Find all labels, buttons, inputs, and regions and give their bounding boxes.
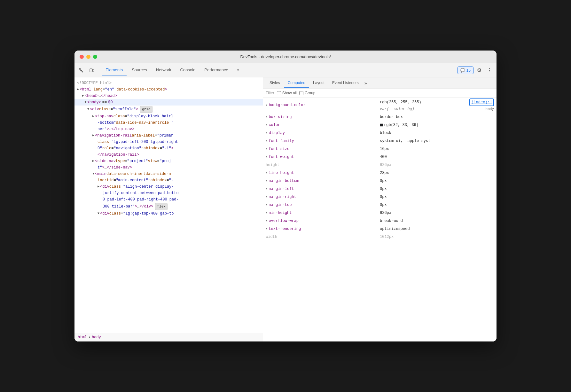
dom-line-sidenav1[interactable]: ▶ <side-nav type="project" view="proj (74, 158, 263, 164)
more-options-icon[interactable]: ⋮ (485, 66, 494, 75)
dom-line-scaffold[interactable]: ▼ <div class="scaffold" > grid (74, 106, 263, 113)
triangle-icon[interactable]: ▶ (98, 184, 99, 190)
computed-row-margin-bottom[interactable]: ▶ margin-bottom 0px (263, 177, 497, 185)
group-checkbox[interactable] (299, 91, 303, 95)
tab-styles[interactable]: Styles (266, 79, 284, 88)
dom-tree[interactable]: <!DOCTYPE html> ▶ <html lang="en" data-c… (74, 77, 263, 333)
tab-event-listeners[interactable]: Event Listeners (328, 79, 363, 88)
computed-row-background-color[interactable]: ▶ background-color rgb(255, 255, 255) (i… (263, 98, 497, 113)
computed-row-font-weight[interactable]: ▶ font-weight 400 (263, 153, 497, 161)
show-all-checkbox[interactable] (277, 91, 281, 95)
triangle-icon[interactable]: ▶ (77, 87, 79, 92)
grid-badge[interactable]: grid (140, 106, 152, 113)
tab-performance[interactable]: Performance (200, 65, 232, 75)
expand-icon[interactable]: ▶ (266, 226, 267, 232)
prop-name-font-family: ▶ font-family (266, 138, 380, 144)
prop-value-min-height: 626px (380, 210, 494, 216)
expand-icon[interactable]: ▶ (266, 178, 267, 184)
dom-line-navrail2[interactable]: class="lg:pad-left-200 lg:pad-right (74, 139, 263, 145)
badge-count: 15 (466, 68, 471, 73)
dom-line-head[interactable]: ▶ <head>…</head> (74, 93, 263, 99)
inspect-icon[interactable] (77, 66, 86, 75)
dom-line-navrail4[interactable]: </navigation-rail> (74, 152, 263, 158)
dom-line-body[interactable]: ··· ▼ <body> == $0 (74, 99, 263, 106)
computed-row-margin-top[interactable]: ▶ margin-top 0px (263, 201, 497, 209)
triangle-icon[interactable]: ▶ (92, 158, 94, 164)
dom-line-topnav1[interactable]: ▶ <top-nav class="display-block hairl (74, 113, 263, 120)
computed-row-overflow-wrap[interactable]: ▶ overflow-wrap break-word (263, 217, 497, 225)
group-checkbox-group: Group (299, 91, 315, 95)
dom-line-topnav3[interactable]: ner">…</top-nav> (74, 126, 263, 132)
maximize-button[interactable] (93, 55, 97, 59)
tab-sources[interactable]: Sources (128, 65, 151, 75)
settings-icon[interactable]: ⚙ (475, 66, 484, 75)
minimize-button[interactable] (86, 55, 90, 59)
computed-row-color[interactable]: ▶ color rgb(32, 33, 36) (263, 121, 497, 129)
dom-line-topnav2[interactable]: -bottom" data-side-nav-inert role=" (74, 120, 263, 126)
expand-icon[interactable]: ▶ (266, 138, 267, 144)
prop-value-margin-bottom: 0px (380, 178, 494, 184)
computed-row-font-size[interactable]: ▶ font-size 16px (263, 145, 497, 153)
tab-elements[interactable]: Elements (102, 65, 127, 75)
expand-icon[interactable]: ▶ (266, 154, 267, 160)
expand-icon[interactable]: ▶ (266, 202, 267, 208)
dom-line-navrail1[interactable]: ▶ <navigation-rail aria-label="primar (74, 132, 263, 139)
expand-icon[interactable]: ▶ (266, 114, 267, 120)
dom-line-div2[interactable]: justify-content-between pad-botto (74, 190, 263, 196)
triangle-icon[interactable]: ▶ (92, 114, 94, 119)
dom-line-navrail3[interactable]: 0" role="navigation" tabindex="-1"> (74, 145, 263, 152)
dom-line-sidenav2[interactable]: t">…</side-nav> (74, 164, 263, 171)
dom-line-div3[interactable]: 0 pad-left-400 pad-right-400 pad- (74, 196, 263, 203)
badge-icon: 💬 (460, 68, 465, 73)
styles-filter-bar: Filter Show all Group (263, 89, 497, 98)
expand-icon[interactable]: ▶ (266, 122, 267, 128)
tab-computed[interactable]: Computed (284, 79, 309, 88)
messages-badge[interactable]: 💬 15 (458, 67, 473, 74)
tab-console[interactable]: Console (176, 65, 199, 75)
expand-icon[interactable]: ▶ (266, 146, 267, 152)
triangle-icon[interactable]: ▶ (92, 133, 94, 138)
dom-line-div1[interactable]: ▶ <div class="align-center display- (74, 184, 263, 190)
dom-line-main1[interactable]: ▼ <main data-search-inert data-side-n (74, 171, 263, 177)
device-toolbar-icon[interactable] (87, 66, 96, 75)
computed-row-margin-left[interactable]: ▶ margin-left 0px (263, 185, 497, 193)
computed-row-width[interactable]: width 1012px (263, 233, 497, 241)
triangle-icon[interactable]: ▼ (85, 99, 87, 105)
flex-badge[interactable]: flex (155, 203, 167, 210)
computed-row-text-rendering[interactable]: ▶ text-rendering optimizespeed (263, 225, 497, 233)
triangle-icon[interactable]: ▶ (82, 93, 84, 99)
prop-value-margin-left: 0px (380, 186, 494, 192)
computed-row-display[interactable]: ▶ display block (263, 129, 497, 137)
expand-icon[interactable]: ▶ (266, 218, 267, 224)
expand-icon[interactable]: ▶ (266, 186, 267, 192)
computed-row-line-height[interactable]: ▶ line-height 28px (263, 169, 497, 177)
computed-row-margin-right[interactable]: ▶ margin-right 0px (263, 193, 497, 201)
dom-line-html[interactable]: ▶ <html lang="en" data-cookies-accepted> (74, 86, 263, 93)
prop-value-line-height: 28px (380, 170, 494, 176)
prop-source-link[interactable]: (index):1 (469, 98, 494, 106)
dom-line-div5[interactable]: ▼ <div class="lg:gap-top-400 gap-to (74, 210, 263, 217)
dom-line-main2[interactable]: inert id="main-content" tabindex="- (74, 177, 263, 184)
expand-icon[interactable]: ▶ (266, 194, 267, 200)
style-tab-more-icon[interactable]: » (363, 81, 369, 86)
breadcrumb-body[interactable]: body (92, 335, 101, 340)
prop-value-height: 626px (380, 162, 494, 168)
computed-row-box-sizing[interactable]: ▶ box-sizing border-box (263, 113, 497, 121)
computed-row-height[interactable]: height 626px (263, 161, 497, 169)
tab-layout[interactable]: Layout (309, 79, 328, 88)
dom-line-div4[interactable]: 300 title-bar">…</div> flex (74, 203, 263, 210)
dom-line-doctype[interactable]: <!DOCTYPE html> (74, 80, 263, 86)
triangle-icon[interactable]: ▼ (98, 211, 99, 216)
computed-row-font-family[interactable]: ▶ font-family system-ui, -apple-syst (263, 137, 497, 145)
expand-icon[interactable]: ▶ (266, 102, 267, 108)
expand-icon[interactable]: ▶ (266, 170, 267, 176)
expand-icon[interactable]: ▶ (266, 130, 267, 136)
breadcrumb-html[interactable]: html (78, 335, 87, 340)
triangle-icon[interactable]: ▼ (92, 171, 94, 177)
tab-network[interactable]: Network (152, 65, 175, 75)
computed-row-min-height[interactable]: ▶ min-height 626px (263, 209, 497, 217)
tab-more[interactable]: » (233, 65, 243, 75)
triangle-icon[interactable]: ▼ (87, 106, 89, 112)
expand-icon[interactable]: ▶ (266, 210, 267, 216)
close-button[interactable] (80, 55, 84, 59)
